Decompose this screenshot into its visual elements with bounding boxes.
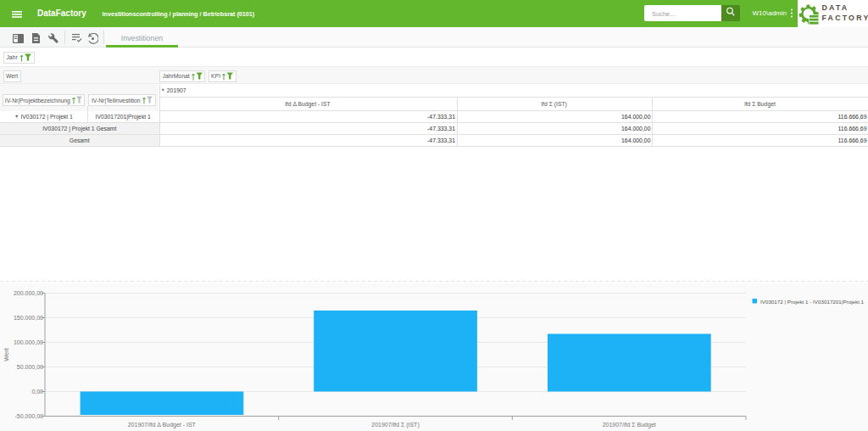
svg-text:-50.000,00: -50.000,00 — [15, 413, 44, 419]
svg-text:201907/lfd Σ (IST): 201907/lfd Σ (IST) — [371, 422, 419, 428]
svg-text:201907/lfd Δ Budget - IST: 201907/lfd Δ Budget - IST — [128, 422, 197, 428]
svg-text:201907/lfd Σ Budget: 201907/lfd Σ Budget — [603, 422, 656, 428]
svg-text:Wert: Wert — [3, 347, 10, 361]
svg-text:100.000,00: 100.000,00 — [14, 339, 43, 345]
svg-text:150.000,00: 150.000,00 — [14, 315, 43, 321]
svg-text:IV030172 | Projekt 1 - IV03017: IV030172 | Projekt 1 - IV03017201|Projek… — [760, 299, 865, 305]
svg-text:200.000,00: 200.000,00 — [14, 290, 43, 296]
svg-text:50.000,00: 50.000,00 — [17, 364, 43, 370]
svg-text:0,00: 0,00 — [31, 389, 43, 395]
